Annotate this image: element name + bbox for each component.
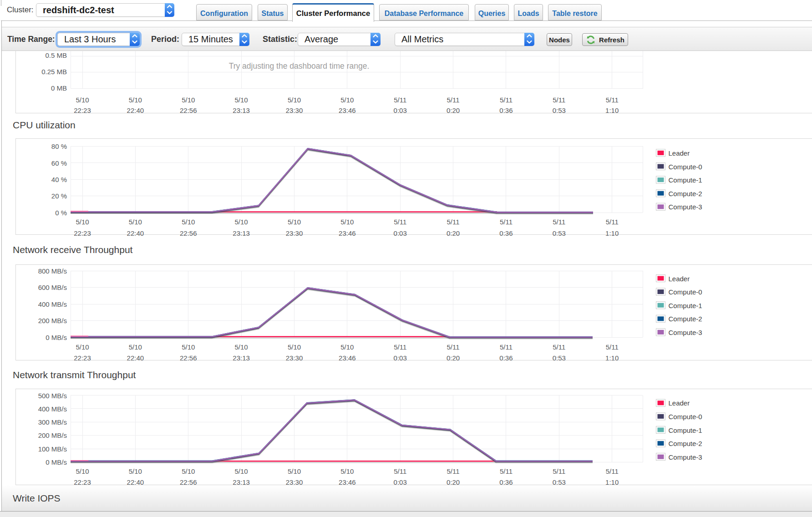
svg-text:20 %: 20 % xyxy=(51,192,67,200)
svg-text:5/10: 5/10 xyxy=(182,96,195,104)
svg-text:23:46: 23:46 xyxy=(339,106,356,114)
svg-text:0 MB/s: 0 MB/s xyxy=(46,458,67,466)
svg-text:5/10: 5/10 xyxy=(340,96,354,104)
svg-text:5/10: 5/10 xyxy=(235,96,248,104)
svg-text:5/11: 5/11 xyxy=(606,96,619,104)
svg-text:5/11: 5/11 xyxy=(447,96,460,104)
svg-text:22:23: 22:23 xyxy=(74,354,91,362)
svg-text:5/11: 5/11 xyxy=(447,218,460,226)
svg-text:0:53: 0:53 xyxy=(553,106,566,114)
svg-text:23:46: 23:46 xyxy=(339,229,356,237)
svg-text:5/11: 5/11 xyxy=(606,467,619,475)
svg-text:5/10: 5/10 xyxy=(76,467,89,475)
svg-text:5/10: 5/10 xyxy=(288,218,301,226)
svg-text:5/10: 5/10 xyxy=(76,96,89,104)
svg-text:5/11: 5/11 xyxy=(447,467,460,475)
svg-text:0:20: 0:20 xyxy=(447,106,460,114)
svg-text:22:56: 22:56 xyxy=(180,354,197,362)
svg-text:1:10: 1:10 xyxy=(605,106,619,114)
svg-text:5/10: 5/10 xyxy=(340,343,354,351)
svg-text:23:13: 23:13 xyxy=(233,354,250,362)
svg-text:Compute-2: Compute-2 xyxy=(669,315,702,323)
svg-text:0:03: 0:03 xyxy=(394,229,407,237)
svg-text:5/10: 5/10 xyxy=(76,218,89,226)
svg-text:Compute-1: Compute-1 xyxy=(669,176,702,184)
svg-text:0:03: 0:03 xyxy=(394,106,407,114)
svg-text:5/11: 5/11 xyxy=(394,343,406,351)
svg-text:23:13: 23:13 xyxy=(233,229,250,237)
svg-text:200 MB/s: 200 MB/s xyxy=(38,431,67,439)
svg-text:5/11: 5/11 xyxy=(500,467,513,475)
svg-text:5/10: 5/10 xyxy=(182,343,195,351)
svg-text:5/11: 5/11 xyxy=(394,96,406,104)
svg-text:Compute-3: Compute-3 xyxy=(669,329,702,336)
svg-text:800 MB/s: 800 MB/s xyxy=(38,267,67,275)
svg-text:5/10: 5/10 xyxy=(129,343,142,351)
svg-text:23:46: 23:46 xyxy=(339,354,356,362)
svg-text:5/11: 5/11 xyxy=(500,218,513,226)
svg-text:5/10: 5/10 xyxy=(129,96,142,104)
svg-text:0:36: 0:36 xyxy=(499,229,513,237)
svg-text:Compute-0: Compute-0 xyxy=(669,413,702,421)
svg-text:Compute-3: Compute-3 xyxy=(669,203,702,211)
svg-text:1:10: 1:10 xyxy=(605,229,619,237)
svg-text:0:36: 0:36 xyxy=(499,106,513,114)
svg-text:0 MB/s: 0 MB/s xyxy=(46,334,67,341)
svg-text:400 MB/s: 400 MB/s xyxy=(38,405,67,413)
svg-text:5/11: 5/11 xyxy=(447,343,460,351)
svg-text:22:56: 22:56 xyxy=(180,229,197,237)
svg-text:Leader: Leader xyxy=(669,399,690,407)
svg-text:5/11: 5/11 xyxy=(500,343,513,351)
svg-text:5/10: 5/10 xyxy=(235,467,248,475)
svg-text:80 %: 80 % xyxy=(51,142,67,150)
svg-text:0 MB: 0 MB xyxy=(51,84,67,92)
svg-text:5/10: 5/10 xyxy=(76,343,89,351)
svg-text:Compute-2: Compute-2 xyxy=(669,440,702,447)
svg-text:40 %: 40 % xyxy=(51,176,67,183)
svg-text:23:30: 23:30 xyxy=(286,106,303,114)
svg-text:5/10: 5/10 xyxy=(288,467,301,475)
svg-text:0 %: 0 % xyxy=(55,209,67,217)
svg-text:5/10: 5/10 xyxy=(182,218,195,226)
svg-text:0:53: 0:53 xyxy=(553,354,566,362)
svg-text:5/11: 5/11 xyxy=(500,96,513,104)
svg-text:0.25 MB: 0.25 MB xyxy=(41,68,67,76)
svg-text:Compute-0: Compute-0 xyxy=(669,163,702,171)
svg-text:22:40: 22:40 xyxy=(127,229,144,237)
svg-text:5/11: 5/11 xyxy=(606,218,619,226)
svg-text:0:20: 0:20 xyxy=(447,354,460,362)
svg-text:Compute-2: Compute-2 xyxy=(669,190,702,198)
svg-text:5/11: 5/11 xyxy=(553,467,565,475)
svg-text:300 MB/s: 300 MB/s xyxy=(38,418,67,426)
svg-text:Compute-1: Compute-1 xyxy=(669,426,702,434)
svg-text:5/10: 5/10 xyxy=(129,467,142,475)
svg-text:5/11: 5/11 xyxy=(606,343,619,351)
svg-text:0:53: 0:53 xyxy=(553,229,566,237)
svg-text:22:23: 22:23 xyxy=(74,229,91,237)
svg-text:23:13: 23:13 xyxy=(233,106,250,114)
svg-text:100 MB/s: 100 MB/s xyxy=(38,445,67,453)
svg-text:5/11: 5/11 xyxy=(553,218,565,226)
svg-text:5/10: 5/10 xyxy=(129,218,142,226)
svg-text:600 MB/s: 600 MB/s xyxy=(38,284,67,291)
svg-text:Try adjusting the dashboard ti: Try adjusting the dashboard time range. xyxy=(229,61,370,71)
svg-text:5/11: 5/11 xyxy=(394,467,406,475)
svg-text:0.5 MB: 0.5 MB xyxy=(45,51,67,59)
svg-text:0:20: 0:20 xyxy=(447,229,460,237)
svg-text:5/11: 5/11 xyxy=(394,218,406,226)
svg-text:22:56: 22:56 xyxy=(180,106,197,114)
svg-text:5/10: 5/10 xyxy=(288,96,301,104)
svg-text:Compute-3: Compute-3 xyxy=(669,453,702,461)
svg-text:200 MB/s: 200 MB/s xyxy=(38,317,67,324)
svg-text:Leader: Leader xyxy=(669,149,690,157)
svg-text:5/10: 5/10 xyxy=(235,343,248,351)
svg-text:22:40: 22:40 xyxy=(127,106,144,114)
svg-text:5/11: 5/11 xyxy=(553,96,565,104)
svg-text:5/10: 5/10 xyxy=(182,467,195,475)
svg-text:23:30: 23:30 xyxy=(286,354,303,362)
svg-text:0:03: 0:03 xyxy=(394,354,407,362)
svg-text:23:30: 23:30 xyxy=(286,229,303,237)
svg-text:22:40: 22:40 xyxy=(127,354,144,362)
svg-text:400 MB/s: 400 MB/s xyxy=(38,300,67,308)
svg-text:500 MB/s: 500 MB/s xyxy=(38,392,67,400)
